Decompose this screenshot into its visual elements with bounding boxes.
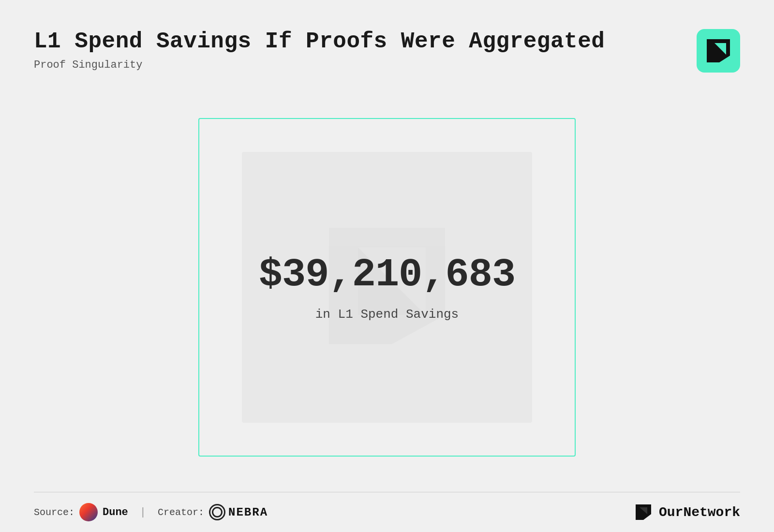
title-block: L1 Spend Savings If Proofs Were Aggregat… — [34, 29, 605, 71]
metric-label: in L1 Spend Savings — [315, 307, 459, 322]
nebra-name: NEBRA — [228, 506, 268, 519]
ournetwork-icon — [635, 503, 652, 521]
inner-card: $39,210,683 in L1 Spend Savings — [242, 152, 532, 423]
creator-label: Creator: — [158, 507, 204, 518]
dune-logo-icon — [79, 503, 98, 521]
footer-left: Source: Dune | Creator: NEBRA — [34, 503, 268, 521]
source-label: Source: — [34, 507, 74, 518]
chart-area: $39,210,683 in L1 Spend Savings — [34, 87, 740, 492]
outer-card: $39,210,683 in L1 Spend Savings — [198, 118, 576, 457]
subtitle: Proof Singularity — [34, 59, 605, 71]
footer-separator: | — [140, 506, 146, 518]
footer-creator: Creator: NEBRA — [158, 504, 268, 520]
footer-right: OurNetwork — [635, 503, 740, 521]
dune-name: Dune — [103, 506, 128, 518]
ournetwork-brand: OurNetwork — [659, 505, 740, 520]
footer-bar: Source: Dune | Creator: NEBRA OurNetwork — [34, 492, 740, 532]
nebra-circle-icon — [209, 504, 225, 520]
main-title: L1 Spend Savings If Proofs Were Aggregat… — [34, 29, 605, 54]
logo-badge — [697, 29, 740, 73]
main-container: L1 Spend Savings If Proofs Were Aggregat… — [0, 0, 774, 532]
header-area: L1 Spend Savings If Proofs Were Aggregat… — [34, 29, 740, 73]
brand-logo-icon — [705, 37, 732, 64]
footer-source: Source: Dune — [34, 503, 128, 521]
nebra-logo: NEBRA — [209, 504, 268, 520]
metric-value: $39,210,683 — [259, 252, 515, 297]
